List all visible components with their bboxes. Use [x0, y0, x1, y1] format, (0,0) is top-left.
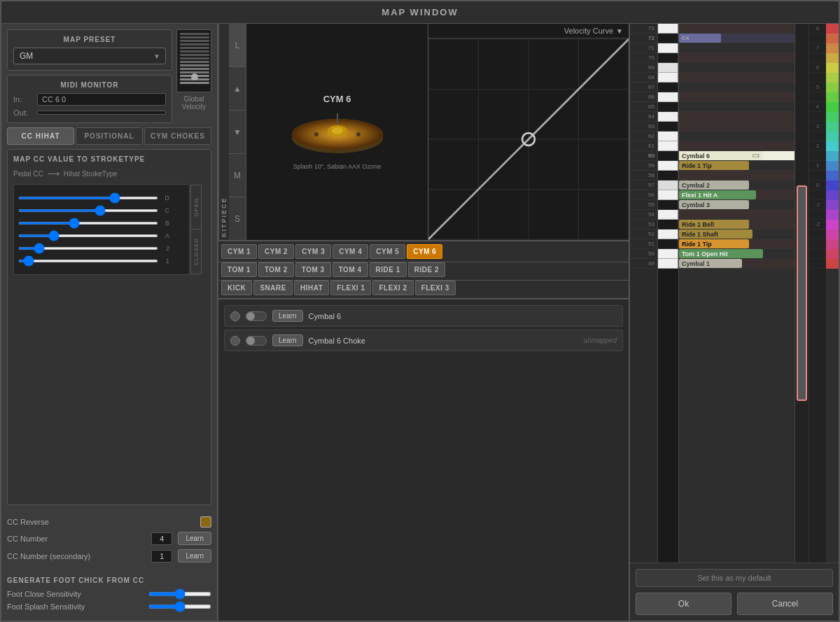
map-preset-dropdown[interactable]: GM — [13, 48, 166, 64]
note-67: 67 — [630, 83, 657, 92]
note-65: 65 — [630, 102, 657, 112]
pad-snare[interactable]: SNARE — [253, 281, 293, 295]
hihat-slider-b-row: B — [18, 220, 185, 227]
key-e3[interactable] — [658, 259, 678, 269]
key-cs4[interactable] — [658, 171, 678, 181]
key-f3[interactable] — [658, 249, 678, 259]
key-c4[interactable] — [658, 63, 678, 73]
pad-ride1[interactable]: RIDE 1 — [370, 262, 407, 277]
hihat-slider-d[interactable] — [18, 197, 158, 199]
pad-tom1[interactable]: TOM 1 — [221, 262, 257, 277]
key-ab4[interactable] — [658, 102, 678, 112]
key-ds5[interactable] — [658, 34, 678, 43]
mapping-learn-cymbal6-choke[interactable]: Learn — [272, 334, 303, 346]
pad-flexi2[interactable]: FLEXI 2 — [372, 281, 413, 295]
note-51: 51 — [630, 239, 657, 249]
toggle-knob-1 — [246, 312, 255, 320]
unmapped-label: unmapped — [584, 337, 617, 344]
key-ab3[interactable] — [658, 220, 678, 229]
label-row-69 — [679, 63, 794, 73]
key-ds4[interactable] — [658, 151, 678, 161]
key-cs5[interactable] — [658, 53, 678, 63]
note-57: 57 — [630, 181, 657, 190]
ok-button[interactable]: Ok — [636, 593, 732, 615]
key-bb3[interactable] — [658, 200, 678, 210]
pad-cym4[interactable]: CYM 4 — [332, 244, 368, 259]
scale-0: 0 — [809, 181, 826, 190]
closed-label: CLOSED — [193, 238, 200, 265]
cc-number-secondary-learn-button[interactable]: Learn — [178, 549, 211, 563]
kit-nav-buttons: L ▲ ▼ M S — [229, 24, 246, 240]
pad-cym5[interactable]: CYM 5 — [370, 244, 405, 259]
kit-nav-s[interactable]: S — [229, 197, 246, 240]
color-strip-22 — [826, 229, 839, 239]
key-a4[interactable] — [658, 92, 678, 102]
map-preset-label: MAP PRESET — [13, 36, 166, 43]
pad-hihat[interactable]: HIHAT — [294, 281, 329, 295]
cc-reverse-checkbox[interactable] — [200, 516, 211, 528]
key-fs4[interactable] — [658, 122, 678, 132]
key-a3[interactable] — [658, 210, 678, 220]
mapping-indicator-1 — [230, 311, 240, 321]
key-b4[interactable] — [658, 73, 678, 83]
scale-neg2: -2 — [809, 220, 826, 229]
note-56: 56 — [630, 190, 657, 200]
scroll-thumb[interactable] — [797, 185, 807, 401]
hihat-slider-1[interactable] — [18, 260, 158, 262]
scale-1: 1 — [809, 161, 826, 171]
toggle-cymbal6[interactable] — [246, 311, 267, 321]
color-strip-9 — [826, 102, 839, 112]
tab-cym-chokes[interactable]: CYM CHOKES — [144, 127, 211, 145]
key-b3[interactable] — [658, 190, 678, 200]
svg-rect-14 — [180, 82, 209, 84]
piano-keys — [658, 24, 679, 563]
hihat-slider-a[interactable] — [18, 234, 158, 237]
key-e5[interactable] — [658, 24, 678, 34]
hihat-slider-c[interactable] — [18, 209, 158, 212]
toggle-cymbal6-choke[interactable] — [246, 336, 267, 346]
key-e4[interactable] — [658, 141, 678, 151]
piano-roll-scrollbar[interactable] — [794, 24, 808, 563]
velocity-curve-svg — [428, 38, 629, 240]
mapping-learn-cymbal6[interactable]: Learn — [272, 310, 303, 322]
tab-positional[interactable]: POSITIONAL — [76, 127, 143, 145]
note-59: 59 — [630, 161, 657, 171]
pad-tom3[interactable]: TOM 3 — [295, 262, 331, 277]
velocity-dropdown-arrow-icon: ▼ — [616, 27, 623, 35]
set-default-button[interactable]: Set this as my default — [636, 569, 833, 587]
pad-cym6[interactable]: CYM 6 — [407, 244, 442, 259]
pad-cym3[interactable]: CYM 3 — [295, 244, 331, 259]
key-fs3[interactable] — [658, 239, 678, 249]
pad-tom2[interactable]: TOM 2 — [258, 262, 294, 277]
key-f4[interactable] — [658, 132, 678, 141]
pad-flexi3[interactable]: FLEXI 3 — [415, 281, 456, 295]
pad-cym1[interactable]: CYM 1 — [221, 244, 257, 259]
scroll-track[interactable] — [795, 24, 808, 563]
key-d5[interactable] — [658, 43, 678, 53]
tab-cc-hihat[interactable]: CC HIHAT — [7, 127, 74, 145]
foot-splash-slider[interactable] — [148, 605, 211, 609]
key-bb4[interactable] — [658, 83, 678, 92]
kit-nav-up[interactable]: ▲ — [229, 67, 246, 111]
pad-cym2[interactable]: CYM 2 — [258, 244, 294, 259]
foot-splash-row: Foot Splash Sensitivity — [7, 602, 211, 611]
key-g4[interactable] — [658, 112, 678, 122]
color-strip-17 — [826, 181, 839, 190]
key-c3[interactable] — [658, 181, 678, 190]
pad-tom4[interactable]: TOM 4 — [332, 262, 368, 277]
pad-flexi1[interactable]: FLEXI 1 — [330, 281, 371, 295]
hihat-slider-b[interactable] — [18, 222, 158, 225]
kit-nav-m[interactable]: M — [229, 154, 246, 197]
mapping-row-cymbal6-choke: Learn Cymbal 6 Choke unmapped — [224, 330, 623, 351]
pad-ride2[interactable]: RIDE 2 — [408, 262, 445, 277]
label-row-54 — [679, 210, 794, 220]
cc-number-learn-button[interactable]: Learn — [178, 532, 211, 545]
key-g3[interactable] — [658, 229, 678, 239]
cancel-button[interactable]: Cancel — [737, 593, 833, 615]
kit-nav-down[interactable]: ▼ — [229, 111, 246, 154]
hihat-slider-2[interactable] — [18, 247, 158, 250]
foot-close-slider[interactable] — [148, 592, 211, 596]
pad-kick[interactable]: KICK — [221, 281, 252, 295]
kit-nav-l[interactable]: L — [229, 24, 246, 67]
key-d4[interactable] — [658, 161, 678, 171]
